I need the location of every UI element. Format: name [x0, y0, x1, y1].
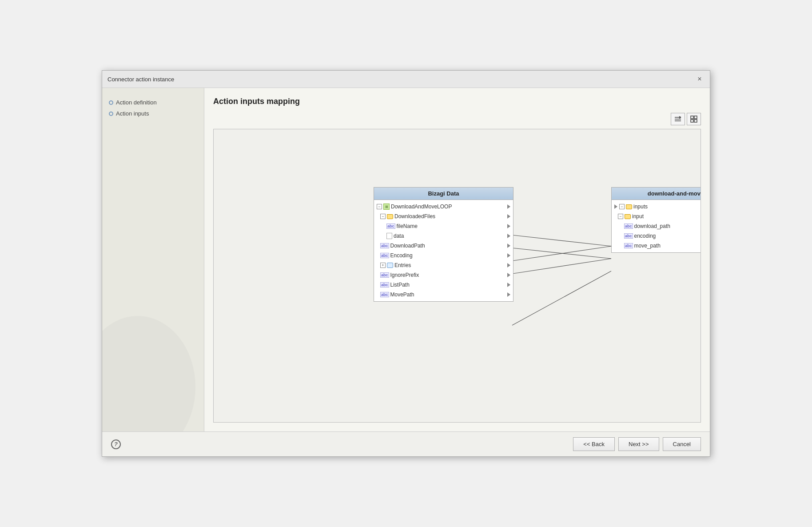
main-area: Action inputs mapping — [204, 88, 710, 431]
bizagi-data-body: − ⊞ DownloadAndMoveLOOP − Download — [374, 200, 513, 301]
bizagi-data-box: Bizagi Data − ⊞ DownloadAndMoveLOOP — [374, 187, 513, 302]
tree-row: abc download_path — [612, 221, 701, 231]
folder-icon — [626, 204, 632, 209]
sidebar-item-label: Action definition — [116, 99, 157, 106]
arrow-right — [507, 263, 510, 267]
svg-line-14 — [512, 271, 611, 325]
bizagi-data-header: Bizagi Data — [374, 188, 513, 200]
arrow-right — [507, 244, 510, 248]
abc-icon: abc — [380, 243, 389, 248]
mapping-canvas: Bizagi Data − ⊞ DownloadAndMoveLOOP — [213, 129, 701, 423]
help-button[interactable]: ? — [111, 439, 121, 449]
tree-row: abc MovePath — [374, 290, 513, 299]
abc-icon: abc — [624, 243, 633, 248]
toolbar-btn-2[interactable] — [687, 113, 701, 125]
abc-icon: abc — [624, 233, 633, 239]
expand-icon[interactable]: − — [377, 204, 382, 209]
tree-row: abc DownloadPath — [374, 241, 513, 251]
next-button[interactable]: Next >> — [618, 437, 659, 451]
doc-icon — [386, 233, 392, 239]
dialog-title: Connector action instance — [107, 76, 174, 83]
abc-icon: abc — [624, 224, 633, 229]
arrow-right — [507, 283, 510, 287]
folder-icon — [625, 214, 631, 219]
toolbar-btn-1[interactable] — [671, 113, 685, 125]
arrow-right — [507, 292, 510, 297]
svg-line-12 — [512, 246, 611, 261]
arrow-right — [507, 273, 510, 277]
title-bar: Connector action instance × — [102, 71, 710, 88]
tree-row: data — [374, 231, 513, 241]
tree-row: abc move_path — [612, 241, 701, 251]
svg-rect-7 — [694, 116, 697, 119]
tree-row: abc IgnorePrefix — [374, 270, 513, 280]
close-button[interactable]: × — [695, 74, 705, 84]
sidebar-item-action-inputs[interactable]: Action inputs — [109, 108, 197, 119]
tree-row: − inputs — [612, 202, 701, 212]
toolbar-row — [213, 113, 701, 125]
expand-icon[interactable]: − — [380, 214, 386, 219]
download-and-move-box: download-and-move − inputs — [611, 187, 701, 253]
folder-icon — [387, 214, 393, 219]
circle-icon — [109, 100, 113, 105]
sidebar: Action definition Action inputs — [102, 88, 204, 431]
svg-line-11 — [512, 248, 611, 259]
download-and-move-header: download-and-move — [612, 188, 701, 200]
svg-rect-9 — [694, 120, 697, 122]
abc-icon: abc — [380, 272, 389, 278]
tree-row: abc ListPath — [374, 280, 513, 290]
tree-row: − ⊞ DownloadAndMoveLOOP — [374, 202, 513, 212]
svg-rect-8 — [691, 120, 693, 122]
page-title: Action inputs mapping — [213, 97, 701, 106]
tree-row: abc fileName — [374, 221, 513, 231]
abc-icon: abc — [380, 253, 389, 258]
svg-rect-6 — [691, 116, 693, 119]
cancel-button[interactable]: Cancel — [663, 437, 701, 451]
svg-point-0 — [102, 316, 195, 431]
download-and-move-body: − inputs − input — [612, 200, 701, 252]
arrow-right — [507, 234, 510, 238]
arrow-right — [507, 204, 510, 209]
svg-line-13 — [512, 259, 611, 274]
footer-buttons: << Back Next >> Cancel — [573, 437, 701, 451]
table-icon: ⊞ — [383, 204, 390, 210]
left-arrow-icon — [614, 204, 617, 209]
content-area: Action definition Action inputs Action i… — [102, 88, 710, 431]
expand-icon[interactable]: + — [380, 263, 386, 268]
tree-row: abc encoding — [612, 231, 701, 241]
svg-line-10 — [512, 235, 611, 246]
back-button[interactable]: << Back — [573, 437, 615, 451]
sidebar-item-label: Action inputs — [116, 110, 149, 117]
sidebar-item-action-definition[interactable]: Action definition — [109, 97, 197, 108]
tree-row: − DownloadedFiles — [374, 212, 513, 221]
link-icon — [387, 263, 393, 268]
expand-icon[interactable]: − — [619, 204, 625, 209]
arrow-right — [507, 214, 510, 219]
abc-icon: abc — [386, 224, 395, 229]
tree-row: − input — [612, 212, 701, 221]
dialog: Connector action instance × Action defin… — [102, 70, 710, 457]
arrow-right — [507, 253, 510, 258]
circle-icon — [109, 112, 113, 116]
abc-icon: abc — [380, 292, 389, 297]
arrow-right — [507, 224, 510, 228]
tree-row: + Entries — [374, 260, 513, 270]
footer: ? << Back Next >> Cancel — [102, 431, 710, 456]
tree-row: abc Encoding — [374, 251, 513, 260]
expand-icon[interactable]: − — [618, 214, 623, 219]
abc-icon: abc — [380, 282, 389, 287]
